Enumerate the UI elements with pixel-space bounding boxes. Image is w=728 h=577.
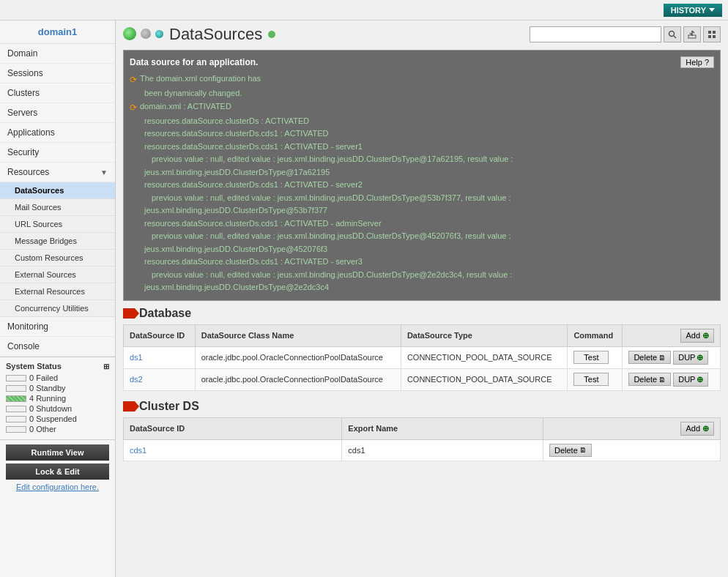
sidebar-item-monitoring[interactable]: Monitoring [0,317,115,337]
history-button[interactable]: HISTORY [664,4,722,17]
log-text-13: previous value : null, edited value : je… [152,230,511,242]
sidebar-item-domain[interactable]: Domain [0,44,115,64]
status-bar-running [6,395,26,402]
dup-plus-icon: ⊕ [697,353,703,362]
log-text-14: jeus.xml.binding.jeusDD.ClusterDsType@45… [144,243,327,256]
sidebar: domain1 Domain Sessions Clusters Servers… [0,21,116,577]
content-area: DataSources [116,21,728,577]
ds1-id: ds1 [124,346,196,368]
upload-button[interactable] [683,26,701,42]
cds1-id: cds1 [124,439,342,461]
ds1-dup-button[interactable]: DUP ⊕ [673,351,708,365]
database-table-header: DataSource ID DataSource Class Name Data… [124,324,721,346]
database-add-button[interactable]: Add ⊕ [680,329,714,343]
cds-delete-icon: 🗎 [579,446,587,454]
sidebar-item-applications[interactable]: Applications [0,123,115,143]
col-cds-add: Add ⊕ [543,417,720,439]
system-status-panel: System Status ⊞ 0 Failed 0 Standby 4 Run… [0,357,115,439]
status-row-suspended: 0 Suspended [6,414,109,423]
dup-plus-icon-2: ⊕ [697,375,703,384]
ds2-test-button[interactable]: Test [573,373,609,386]
clusterds-section: Cluster DS DataSource ID Export Name Add… [123,400,721,461]
svg-line-1 [674,36,676,38]
log-line: resources.dataSource.clusterDs.cds1 : AC… [130,127,714,140]
log-panel-header: Data source for an application. Help ? [130,56,714,68]
log-text-10: previous value : null, edited value : je… [152,192,511,204]
main-layout: domain1 Domain Sessions Clusters Servers… [0,21,728,577]
log-line: resources.dataSource.clusterDs : ACTIVAT… [130,115,714,127]
ds2-id: ds2 [124,368,196,390]
sidebar-item-externalresources[interactable]: External Resources [0,283,115,300]
col-cds-id: DataSource ID [124,417,342,439]
sidebar-item-clusters[interactable]: Clusters [0,83,115,103]
log-content: ⟳ The domain.xml configuration has been … [130,72,714,294]
status-bar-failed [6,375,26,381]
sidebar-item-mailsources[interactable]: Mail Sources [0,199,115,216]
sidebar-item-datasources[interactable]: DataSources [0,182,115,199]
col-add: Add ⊕ [623,324,721,346]
logo-dot-gray [141,29,151,39]
sidebar-item-servers[interactable]: Servers [0,103,115,123]
runtime-view-button[interactable]: Runtime View [6,444,109,461]
system-status-icon[interactable]: ⊞ [103,362,109,371]
sidebar-item-customresources[interactable]: Custom Resources [0,250,115,267]
col-command: Command [568,324,623,346]
status-row-failed: 0 Failed [6,373,109,382]
top-bar: HISTORY [0,0,728,21]
svg-rect-6 [708,35,711,38]
clusterds-add-button[interactable]: Add ⊕ [680,422,714,436]
ds1-test-button[interactable]: Test [573,351,609,364]
svg-point-0 [669,31,675,37]
log-panel-title: Data source for an application. [130,57,258,67]
log-line: resources.dataSource.clusterDs.cds1 : AC… [130,141,714,153]
ds1-delete-button[interactable]: Delete 🗎 [628,351,671,364]
sidebar-item-console[interactable]: Console [0,337,115,357]
sidebar-item-concurrencyutilities[interactable]: Concurrency Utilities [0,300,115,317]
sidebar-item-sessions[interactable]: Sessions [0,64,115,83]
sidebar-item-urlsources[interactable]: URL Sources [0,216,115,233]
lock-edit-button[interactable]: Lock & Edit [6,464,109,480]
ds1-action-cell: Delete 🗎 DUP ⊕ [628,351,714,365]
cds-add-plus-icon: ⊕ [702,424,709,433]
history-arrow-icon [709,8,715,12]
status-bar-suspended [6,416,26,422]
status-bar-shutdown [6,406,26,412]
database-table: DataSource ID DataSource Class Name Data… [123,324,721,391]
upload-icon [688,30,697,39]
search-button[interactable] [664,26,681,42]
table-row: cds1 cds1 Delete 🗎 [124,439,721,461]
status-bar-other [6,426,26,433]
ds1-actions: Delete 🗎 DUP ⊕ [623,346,721,368]
edit-config-link[interactable]: Edit configuration here. [6,483,109,491]
sidebar-item-resources[interactable]: Resources ▼ [0,163,115,182]
sidebar-item-messagebridges[interactable]: Message Bridges [0,233,115,250]
search-input[interactable] [530,26,661,42]
domain-name[interactable]: domain1 [0,21,115,44]
ds2-delete-button[interactable]: Delete 🗎 [628,373,671,386]
sidebar-item-security[interactable]: Security [0,143,115,163]
help-button[interactable]: Help ? [680,56,714,68]
log-line: previous value : null, edited value : je… [130,230,714,242]
table-row: ds1 oracle.jdbc.pool.OracleConnectionPoo… [124,346,721,368]
col-export-name: Export Name [342,417,543,439]
bottom-buttons: Runtime View Lock & Edit Edit configurat… [0,439,115,496]
cds1-actions: Delete 🗎 [543,439,720,461]
cds1-delete-button[interactable]: Delete 🗎 [549,444,592,457]
sidebar-item-externalsources[interactable]: External Sources [0,267,115,283]
cds1-export: cds1 [342,439,543,461]
grid-button[interactable] [703,26,721,42]
clusterds-table-header: DataSource ID Export Name Add ⊕ [124,417,721,439]
log-icon-2: ⟳ [130,101,137,114]
ds2-type: CONNECTION_POOL_DATA_SOURCE [401,368,568,390]
log-line: resources.dataSource.clusterDs.cds1 : AC… [130,256,714,268]
system-status-label: System Status [6,362,62,371]
delete-icon: 🗎 [658,354,666,362]
log-text-2: been dynamically changed. [144,87,242,100]
log-text-3: domain.xml : ACTIVATED [140,100,231,113]
ds2-action-cell: Delete 🗎 DUP ⊕ [628,373,714,387]
log-panel: Data source for an application. Help ? ⟳… [123,50,721,301]
ds2-dup-button[interactable]: DUP ⊕ [673,373,708,387]
clusterds-table: DataSource ID Export Name Add ⊕ cds1 [123,417,721,461]
log-line: ⟳ The domain.xml configuration has [130,72,714,86]
log-icon-1: ⟳ [130,73,137,86]
